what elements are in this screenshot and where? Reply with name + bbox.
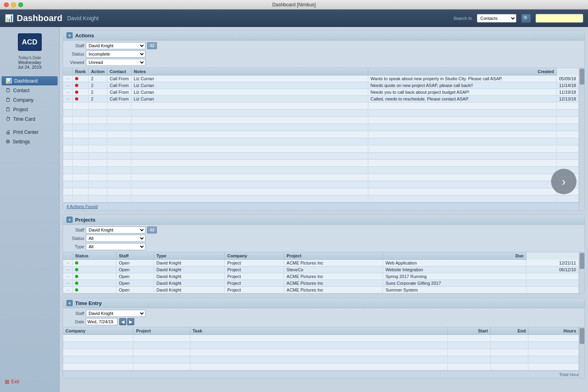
table-row	[63, 188, 579, 195]
row-notes: Needs you to call back about project bud…	[368, 89, 557, 96]
row-type: Project	[224, 287, 284, 294]
actions-panel: + Actions Staff David Knight All Status …	[63, 30, 585, 210]
sidebar-item-dashboard[interactable]: 📊 Dashboard	[2, 76, 58, 85]
sidebar-item-timecard[interactable]: ⏱ Time Card	[2, 114, 58, 124]
sidebar-item-contact[interactable]: 🗒 Contact	[2, 86, 58, 95]
row-created: 12/13/18	[557, 96, 579, 102]
actions-scrollbar[interactable]	[579, 68, 584, 210]
date-prev-button[interactable]: ◀	[119, 318, 126, 325]
projects-scrollbar-thumb[interactable]	[580, 253, 584, 269]
table-row[interactable]: → Open David Knight Project ACME Picture…	[63, 273, 579, 280]
proj-col-due: Due	[383, 252, 526, 260]
row-created: 11/14/18	[557, 82, 579, 89]
projects-staff-label: Staff	[66, 228, 84, 232]
sidebar-label-timecard: Time Card	[13, 116, 35, 122]
timeentry-date-row: Date ◀ ▶	[66, 318, 581, 325]
te-col-hours: Hours	[528, 327, 579, 335]
projects-type-row: Type All	[66, 243, 581, 250]
row-status-dot	[73, 280, 116, 287]
dashboard-icon: 📊	[5, 14, 14, 23]
timeentry-table: Company Project Task Start End Hours	[63, 327, 579, 371]
table-row[interactable]: → Open David Knight Project ACME Picture…	[63, 260, 579, 266]
timeentry-filters: Staff David Knight Date ◀ ▶	[63, 308, 584, 327]
timeentry-scrollbar-thumb[interactable]	[580, 328, 584, 344]
row-status: Open	[116, 273, 154, 280]
table-row[interactable]: → Open David Knight Project ACME Picture…	[63, 287, 579, 294]
actions-viewed-select[interactable]: Unread	[86, 59, 145, 66]
printcenter-icon: 🖨	[6, 129, 11, 135]
next-button[interactable]: ›	[551, 169, 576, 194]
projects-staff-select[interactable]: David Knight	[86, 226, 145, 234]
te-col-project: Project	[133, 327, 190, 335]
row-type: Project	[224, 260, 284, 266]
project-icon: 🗒	[6, 106, 11, 112]
actions-panel-title: Actions	[75, 33, 94, 39]
actions-all-button[interactable]: All	[147, 42, 157, 49]
table-row	[63, 356, 579, 363]
actions-viewed-label: Viewed	[66, 60, 84, 65]
window-controls[interactable]	[4, 2, 23, 7]
exit-button[interactable]: ⊠ Exit	[3, 378, 56, 386]
col-rank-label: Rank	[73, 68, 89, 75]
actions-status-select[interactable]: Incomplete	[86, 50, 145, 58]
proj-col-type: Type	[154, 252, 224, 260]
timecard-icon: ⏱	[6, 116, 11, 122]
row-contact: Liz Curran	[131, 82, 368, 89]
actions-found-link[interactable]: 4 Actions Found	[66, 204, 98, 209]
timeentry-scrollbar[interactable]	[579, 327, 584, 378]
projects-all-button[interactable]: All	[147, 226, 157, 234]
actions-add-button[interactable]: +	[66, 32, 73, 39]
dashboard-nav-icon: 📊	[6, 78, 12, 84]
projects-type-select[interactable]: All	[86, 243, 145, 250]
search-label: Search In	[453, 16, 472, 21]
projects-scrollbar[interactable]	[579, 252, 584, 294]
projects-status-select[interactable]: All	[86, 235, 145, 242]
sidebar-item-company[interactable]: 🗒 Company	[2, 95, 58, 104]
date-next-button[interactable]: ▶	[127, 318, 134, 325]
actions-staff-row: Staff David Knight All	[66, 42, 581, 49]
table-row[interactable]: → Open David Knight Project ACME Picture…	[63, 280, 579, 287]
table-row[interactable]: → 2 Call From Liz Curran Called, needs t…	[63, 96, 579, 102]
search-dropdown[interactable]: Contacts Companies Projects	[477, 14, 516, 23]
sidebar-item-project[interactable]: 🗒 Project	[2, 105, 58, 114]
table-row[interactable]: → Open David Knight Project SteveCo Webs…	[63, 266, 579, 273]
table-row[interactable]: → 2 Call From Liz Curran Needs you to ca…	[63, 89, 579, 96]
close-button[interactable]	[4, 2, 9, 7]
minimize-button[interactable]	[11, 2, 16, 7]
col-contact: Contact	[107, 68, 132, 75]
timeentry-staff-select[interactable]: David Knight	[86, 310, 145, 317]
row-arrow: →	[63, 266, 73, 273]
table-row	[63, 335, 579, 342]
sidebar-item-printcenter[interactable]: 🖨 Print Center	[2, 127, 58, 137]
timeentry-panel-header: + Time Entry	[63, 298, 584, 308]
row-created: 05/09/18	[557, 75, 579, 82]
row-arrow: →	[63, 260, 73, 266]
timeentry-add-button[interactable]: +	[66, 300, 73, 306]
scrollbar-thumb[interactable]	[580, 69, 584, 85]
sidebar-label-printcenter: Print Center	[13, 129, 39, 135]
projects-add-button[interactable]: +	[66, 216, 73, 223]
timeentry-date-input[interactable]	[86, 318, 118, 325]
search-button[interactable]: 🔍	[521, 14, 531, 23]
row-arrow: →	[63, 287, 73, 294]
projects-type-label: Type	[66, 244, 84, 249]
search-input[interactable]	[536, 14, 583, 23]
row-project: Summer System	[383, 287, 526, 294]
table-row	[63, 363, 579, 371]
row-dot-cell	[73, 75, 89, 82]
actions-status-label: Status	[66, 52, 84, 56]
row-contact: Liz Curran	[131, 75, 368, 82]
exit-icon: ⊠	[5, 378, 10, 385]
row-staff: David Knight	[154, 260, 224, 266]
table-row[interactable]: → 2 Call From Liz Curran Needs quote on …	[63, 82, 579, 89]
table-row[interactable]: → 2 Call From Liz Curran Wants to speak …	[63, 75, 579, 82]
maximize-button[interactable]	[18, 2, 23, 7]
title-bar: Dashboard [Nimbus]	[0, 0, 588, 10]
projects-panel-body: Status Staff Type Company Project Due →	[63, 252, 584, 294]
actions-staff-select[interactable]: David Knight	[86, 42, 145, 49]
row-type: Project	[224, 280, 284, 287]
sidebar-item-settings[interactable]: ⚙ Settings	[2, 137, 58, 146]
col-created: Created	[368, 68, 557, 75]
row-due	[526, 280, 578, 287]
col-rank	[63, 68, 73, 75]
